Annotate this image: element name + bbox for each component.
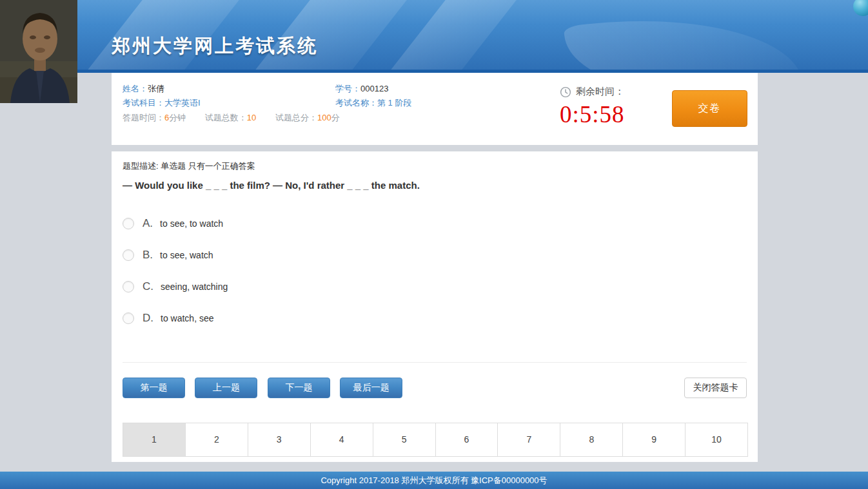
remaining-time: 剩余时间： 0:5:58 [560,86,625,128]
stat-total-questions: 试题总数：10 [205,113,259,122]
timer-value: 0:5:58 [560,101,625,128]
question-panel: 题型描述: 单选题 只有一个正确答案 — Would you like _ _ … [112,151,758,462]
question-nav: 第一题 上一题 下一题 最后一题 关闭答题卡 [123,378,747,398]
timer-label: 剩余时间： [576,86,624,98]
exam-name-value: 第 1 阶段 [377,98,411,108]
option-text: to watch, see [161,313,214,323]
next-question-button[interactable]: 下一题 [268,378,330,398]
question-number-cell[interactable]: 9 [623,423,686,456]
stat-duration: 答题时间：6分钟 [123,113,188,122]
question-number-cell[interactable]: 5 [373,423,436,456]
student-id-value: 000123 [360,84,388,93]
clock-icon [560,86,571,98]
exam-subject: 考试科目：大学英语I [123,97,201,109]
exam-stats: 答题时间：6分钟 试题总数：10 试题总分：100分 [123,112,357,124]
exam-name: 考试名称：第 1 阶段 [335,97,411,109]
option-letter: A. [143,217,153,230]
subject-label: 考试科目： [123,98,164,108]
question-number-cell[interactable]: 10 [686,423,747,456]
exam-name-label: 考试名称： [335,98,377,108]
sphere-decoration-icon [853,0,868,16]
option-a[interactable]: A. to see, to watch [123,217,223,230]
option-text: to see, to watch [160,218,223,229]
question-number-cell[interactable]: 7 [498,423,560,456]
webcam-feed [0,0,77,103]
radio-button[interactable] [123,249,134,261]
option-letter: B. [143,249,153,262]
question-number-cell[interactable]: 2 [186,423,248,456]
last-question-button[interactable]: 最后一题 [340,378,402,398]
header: 郑州大学网上考试系统 [0,0,868,73]
option-b[interactable]: B. to see, watch [123,249,213,262]
option-letter: D. [143,312,153,325]
exam-info-panel: 姓名：张倩 考试科目：大学英语I 学号：000123 考试名称：第 1 阶段 答… [112,73,758,145]
option-letter: C. [143,280,153,293]
exam-page: 郑州大学网上考试系统 姓名：张倩 考试科目：大学英语I 学号：000123 [0,0,868,489]
question-text: — Would you like _ _ _ the film? — No, I… [123,180,420,191]
question-number-cell[interactable]: 1 [123,423,186,456]
radio-button[interactable] [123,281,134,292]
radio-button[interactable] [123,312,134,324]
option-text: to see, watch [160,250,213,260]
question-type-description: 题型描述: 单选题 只有一个正确答案 [123,160,255,172]
question-number-cell[interactable]: 6 [436,423,498,456]
radio-button[interactable] [123,218,134,229]
name-label: 姓名： [123,84,148,93]
page-title: 郑州大学网上考试系统 [112,34,318,59]
subject-value: 大学英语I [164,98,201,108]
student-id: 学号：000123 [335,83,388,95]
student-id-label: 学号： [335,84,360,93]
option-c[interactable]: C. seeing, watching [123,280,228,293]
option-text: seeing, watching [161,282,228,292]
option-d[interactable]: D. to watch, see [123,312,214,325]
close-answer-card-button[interactable]: 关闭答题卡 [684,378,747,398]
first-question-button[interactable]: 第一题 [123,378,185,398]
header-decoration [564,3,804,73]
question-number-cell[interactable]: 3 [248,423,311,456]
footer-copyright: Copyright 2017-2018 郑州大学版权所有 豫ICP备000000… [0,472,868,489]
question-number-cell[interactable]: 8 [560,423,623,456]
previous-question-button[interactable]: 上一题 [195,378,257,398]
student-name: 姓名：张倩 [123,83,164,95]
question-number-grid: 1 2 3 4 5 6 7 8 9 10 [123,423,748,457]
submit-exam-button[interactable]: 交卷 [672,90,747,127]
question-number-cell[interactable]: 4 [311,423,373,456]
divider [123,362,747,363]
name-value: 张倩 [148,84,164,93]
stat-total-score: 试题总分：100分 [275,113,340,122]
